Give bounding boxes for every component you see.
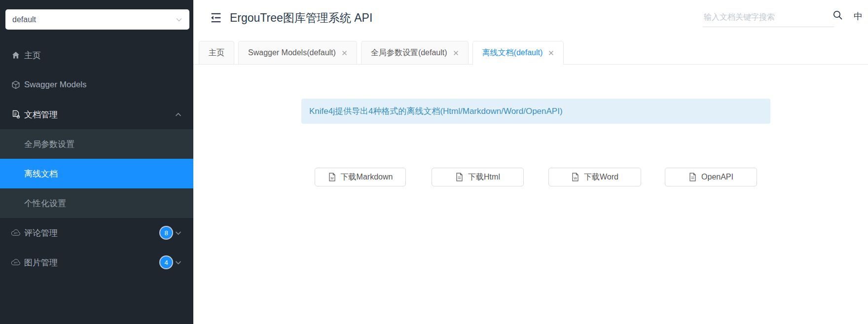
tab-label: 离线文档(default) [482, 48, 543, 58]
info-alert-text: Knife4j提供导出4种格式的离线文档(Html/Markdown/Word/… [309, 106, 563, 117]
page-title: ErgouTree图库管理系统 API [230, 0, 372, 36]
file-word-icon: W [571, 173, 579, 181]
tab-label: 主页 [209, 48, 224, 58]
offline-doc-panel: Knife4j提供导出4种格式的离线文档(Html/Markdown/Word/… [193, 65, 868, 324]
count-badge: 4 [160, 256, 172, 268]
sidebar-item-label: 离线文档 [24, 168, 58, 180]
doc-gear-icon [11, 109, 21, 119]
tab-bar: 主页 Swagger Models(default) 全局参数设置(defaul… [193, 41, 868, 65]
cloud-api-icon: API [11, 228, 21, 238]
sidebar-item-swagger-models[interactable]: Swagger Models [0, 70, 193, 100]
tab-label: 全局参数设置(default) [371, 48, 447, 58]
count-badge: 8 [160, 227, 172, 239]
sidebar-item-offline-doc[interactable]: 离线文档 [0, 159, 193, 188]
knife4j-app: default 主页 Swagger Models [0, 0, 868, 324]
menu-fold-icon[interactable] [209, 11, 223, 25]
svg-text:W: W [574, 177, 577, 180]
sidebar-item-label: 全局参数设置 [24, 139, 74, 150]
tab-home[interactable]: 主页 [199, 41, 234, 64]
svg-text:API: API [14, 232, 18, 235]
sidebar-item-label: 图片管理 [24, 257, 58, 268]
tab-swagger-models[interactable]: Swagger Models(default) [238, 41, 357, 64]
api-group-select-value: default [12, 15, 176, 24]
header: ErgouTree图库管理系统 API 中 [193, 0, 868, 36]
search-input[interactable] [703, 8, 834, 27]
download-word-button[interactable]: W 下载Word [548, 168, 641, 186]
download-html-button[interactable]: 下载Html [432, 168, 524, 186]
api-group-select[interactable]: default [5, 9, 189, 30]
search-icon[interactable] [832, 10, 843, 21]
button-label: 下载Markdown [341, 172, 393, 182]
close-icon[interactable] [453, 50, 459, 56]
close-icon[interactable] [342, 50, 347, 56]
download-markdown-button[interactable]: M 下载Markdown [315, 168, 406, 186]
sidebar-item-image-manage[interactable]: API 图片管理 4 [0, 248, 193, 277]
chevron-down-icon [175, 231, 181, 235]
svg-text:M: M [330, 177, 333, 180]
button-label: 下载Word [584, 172, 618, 182]
sidebar-item-label: Swagger Models [24, 80, 87, 90]
chevron-up-icon [175, 112, 181, 117]
sidebar-item-label: 主页 [24, 50, 41, 61]
sidebar-item-label: 评论管理 [24, 227, 58, 239]
button-label: OpenAPI [701, 173, 733, 181]
file-text-icon [688, 173, 697, 181]
tab-label: Swagger Models(default) [248, 48, 336, 57]
language-toggle[interactable]: 中 [854, 10, 863, 22]
cube-icon [11, 80, 21, 90]
sidebar-item-doc-manage[interactable]: 文档管理 [0, 100, 193, 129]
sidebar-item-comment-manage[interactable]: API 评论管理 8 [0, 218, 193, 248]
sidebar: default 主页 Swagger Models [0, 0, 193, 324]
sidebar-item-label: 文档管理 [24, 109, 58, 120]
download-openapi-button[interactable]: OpenAPI [665, 168, 757, 186]
button-label: 下载Html [468, 172, 500, 182]
close-icon[interactable] [548, 50, 554, 56]
sidebar-item-personal-settings[interactable]: 个性化设置 [0, 188, 193, 218]
cloud-api-icon: API [11, 257, 21, 267]
tab-global-params[interactable]: 全局参数设置(default) [361, 41, 469, 64]
sidebar-item-home[interactable]: 主页 [0, 40, 193, 70]
file-text-icon [455, 173, 464, 181]
svg-text:API: API [14, 262, 18, 264]
chevron-down-icon [176, 17, 182, 22]
sidebar-item-global-params[interactable]: 全局参数设置 [0, 129, 193, 159]
chevron-down-icon [175, 260, 181, 265]
tab-offline-doc[interactable]: 离线文档(default) [472, 41, 564, 65]
file-markdown-icon: M [328, 173, 336, 181]
info-alert: Knife4j提供导出4种格式的离线文档(Html/Markdown/Word/… [301, 99, 770, 124]
sidebar-item-label: 个性化设置 [24, 198, 66, 209]
home-icon [11, 50, 21, 60]
